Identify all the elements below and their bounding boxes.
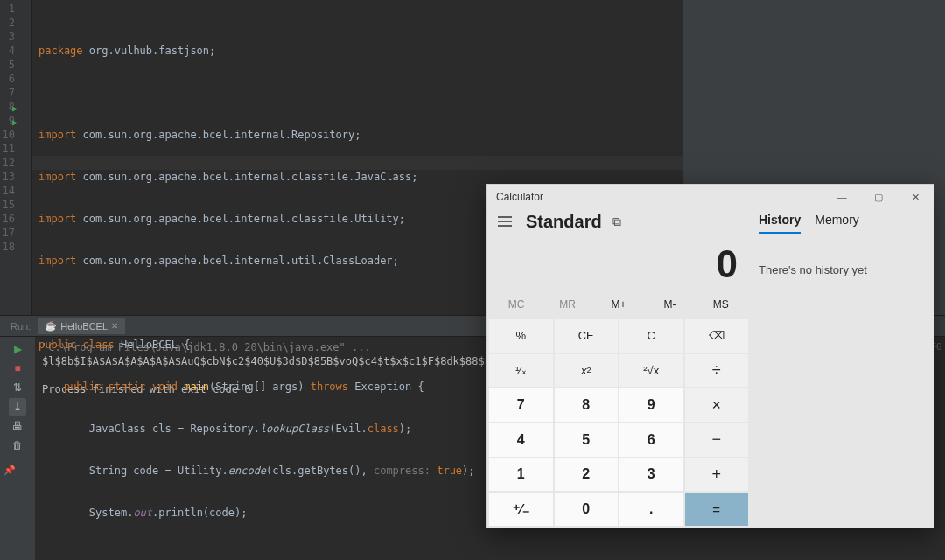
stop-button[interactable]: ■ <box>9 360 26 377</box>
keypad: % CE C ⌫ ¹⁄ₓ x2 ²√x ÷ 7 8 9 × 4 5 6 − 1 … <box>487 319 750 528</box>
mminus-button[interactable]: M- <box>644 295 695 314</box>
reciprocal-button[interactable]: ¹⁄ₓ <box>489 354 553 388</box>
percent-button[interactable]: % <box>489 319 553 353</box>
line-number: 12 <box>0 156 31 170</box>
digit-9[interactable]: 9 <box>620 388 683 422</box>
history-tab[interactable]: History <box>759 213 801 234</box>
gutter: ▶ ▶ 1 2 3 4 5 6 7 8 9 10 11 12 13 14 15 … <box>0 0 32 315</box>
pin-icon[interactable]: 📌 <box>4 465 16 476</box>
line-number: 6 <box>0 72 31 86</box>
print-button[interactable]: 🖶 <box>9 417 26 435</box>
square-button[interactable]: x2 <box>555 354 619 388</box>
line-number: 7 <box>0 86 31 100</box>
history-empty-label: There's no history yet <box>759 237 925 276</box>
ce-button[interactable]: CE <box>555 319 619 353</box>
line-number: 4 <box>0 44 31 58</box>
backspace-button[interactable]: ⌫ <box>685 319 749 353</box>
equals-button[interactable]: = <box>685 493 749 526</box>
line-number: 18 <box>0 240 31 254</box>
add-button[interactable]: + <box>685 458 749 492</box>
digit-4[interactable]: 4 <box>489 424 553 457</box>
divide-button[interactable]: ÷ <box>685 354 749 388</box>
mplus-button[interactable]: M+ <box>593 295 644 314</box>
close-button[interactable]: ✕ <box>897 185 934 209</box>
c-button[interactable]: C <box>620 319 683 353</box>
digit-2[interactable]: 2 <box>555 458 619 492</box>
memory-row: MC MR M+ M- MS <box>487 295 750 319</box>
keep-on-top-icon[interactable]: ⧉ <box>612 214 621 229</box>
calc-mode-label: Standard <box>526 212 602 232</box>
run-gutter-icon[interactable]: ▶ <box>12 116 18 130</box>
line-number: 3 <box>0 30 31 44</box>
calc-display: 0 <box>487 237 750 295</box>
line-number: 17 <box>0 226 31 240</box>
digit-1[interactable]: 1 <box>489 458 553 492</box>
digit-3[interactable]: 3 <box>620 458 683 492</box>
line-number: 13 <box>0 170 31 184</box>
layout-button[interactable]: ⇅ <box>9 379 26 396</box>
rerun-button[interactable]: ▶ <box>9 340 26 358</box>
digit-0[interactable]: 0 <box>555 493 619 526</box>
line-number: 1 <box>0 2 31 16</box>
mr-button[interactable]: MR <box>542 295 592 314</box>
multiply-button[interactable]: × <box>685 388 749 422</box>
line-number: 14 <box>0 184 31 198</box>
run-gutter-icon[interactable]: ▶ <box>12 102 18 116</box>
calculator-window: Calculator — ▢ ✕ Standard ⧉ 0 MC MR M+ M… <box>486 184 934 528</box>
mc-button[interactable]: MC <box>491 295 542 314</box>
subtract-button[interactable]: − <box>685 424 749 457</box>
line-number: 15 <box>0 198 31 212</box>
line-number: 2 <box>0 16 31 30</box>
digit-7[interactable]: 7 <box>489 388 553 422</box>
run-sidebar: ▶ ■ ⇅ ⤓ 🖶 🗑 <box>0 337 35 560</box>
scroll-button[interactable]: ⤓ <box>9 398 26 416</box>
line-number: 5 <box>0 58 31 72</box>
minimize-button[interactable]: — <box>823 185 860 209</box>
negate-button[interactable]: ⁺⁄₋ <box>489 493 553 526</box>
calc-titlebar[interactable]: Calculator — ▢ ✕ <box>487 185 934 209</box>
run-label: Run: <box>4 321 38 332</box>
calc-side-panel: History Memory There's no history yet <box>750 209 934 528</box>
line-number: 10 <box>0 128 31 142</box>
memory-tab[interactable]: Memory <box>815 213 859 234</box>
maximize-button[interactable]: ▢ <box>860 185 897 209</box>
ms-button[interactable]: MS <box>696 295 746 314</box>
line-number: 11 <box>0 142 31 156</box>
digit-6[interactable]: 6 <box>620 424 683 457</box>
sqrt-button[interactable]: ²√x <box>620 354 683 388</box>
digit-5[interactable]: 5 <box>555 424 619 457</box>
calc-title: Calculator <box>496 191 543 203</box>
decimal-button[interactable]: . <box>620 493 683 526</box>
line-number: 16 <box>0 212 31 226</box>
trash-button[interactable]: 🗑 <box>9 437 26 454</box>
hamburger-icon[interactable] <box>494 211 515 232</box>
digit-8[interactable]: 8 <box>555 388 619 422</box>
